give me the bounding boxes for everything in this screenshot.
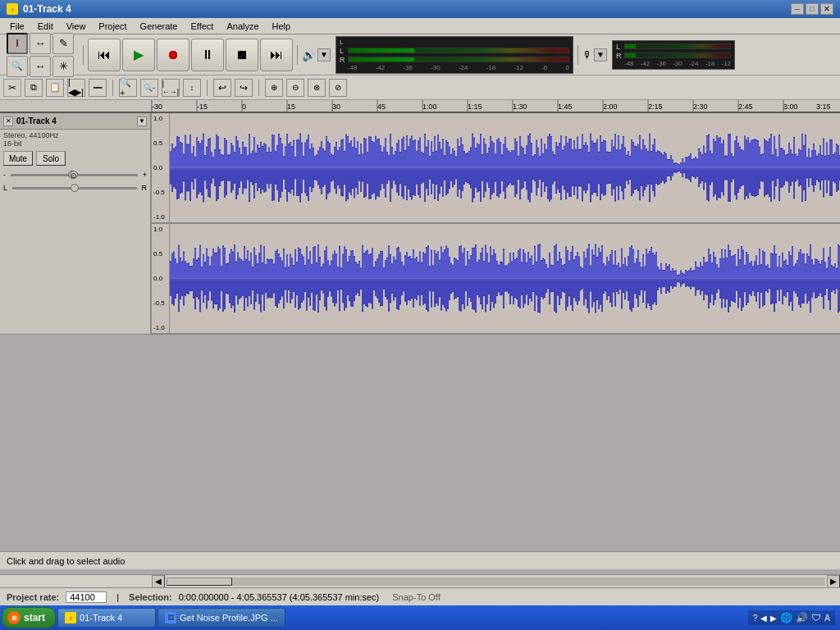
- mute-button[interactable]: Mute: [3, 151, 33, 166]
- input-dropdown[interactable]: ▼: [594, 48, 607, 62]
- paste-button[interactable]: 📋: [46, 79, 64, 97]
- svg-text:2:00: 2:00: [603, 103, 618, 111]
- svg-text:-30: -30: [152, 103, 162, 111]
- silence-button[interactable]: ━━: [89, 79, 107, 97]
- start-button[interactable]: ⊞ start: [2, 607, 56, 628]
- scroll-track[interactable]: [167, 578, 825, 586]
- copy-button[interactable]: ⧉: [25, 79, 43, 97]
- gain-minus-label: -: [3, 171, 6, 179]
- input-volume-icon: 🎙: [582, 49, 592, 61]
- zoom-in-btn[interactable]: 🔍+: [119, 79, 137, 97]
- sep3: [258, 80, 259, 96]
- taskbar-right: ? ◀ ▶ 🌐 🔊 🛡 A: [748, 610, 838, 625]
- scale-label-2-zero: 0.0: [153, 275, 167, 282]
- scale-label-2-bot: -1.0: [153, 324, 167, 331]
- help-tray-icon[interactable]: ?: [753, 614, 758, 623]
- scale-label-1-mid-lo: -0.5: [153, 189, 167, 196]
- svg-text:1:30: 1:30: [513, 103, 527, 111]
- select-tool-button[interactable]: I: [7, 33, 28, 54]
- pan-slider[interactable]: [12, 187, 136, 189]
- forward-tray-icon[interactable]: ▶: [770, 614, 777, 623]
- scroll-thumb[interactable]: [167, 578, 232, 586]
- zoom-fit-btn[interactable]: ⊗: [308, 79, 326, 97]
- trim-button[interactable]: |◀▶|: [67, 79, 85, 97]
- fit-vertically-btn[interactable]: ↕: [183, 79, 201, 97]
- menu-help[interactable]: Help: [266, 20, 298, 33]
- gain-center-icon: ⊙: [70, 171, 78, 179]
- track-sample-rate: Stereo, 44100Hz: [3, 131, 147, 139]
- track-controls: Mute Solo: [0, 149, 150, 167]
- scale-label-2-mid-hi: 0.5: [153, 250, 167, 258]
- taskbar-audacity-label: 01-Track 4: [80, 613, 122, 623]
- volume-dropdown[interactable]: ▼: [317, 48, 331, 62]
- rewind-button[interactable]: ⏮: [88, 39, 121, 71]
- svg-text:1:45: 1:45: [558, 103, 573, 111]
- waveform-display[interactable]: 1.0 0.5 0.0 -0.5 -1.0: [152, 113, 840, 335]
- gain-slider[interactable]: ⊙: [11, 174, 138, 176]
- window-title: 01-Track 4: [23, 3, 791, 15]
- menu-view[interactable]: View: [60, 20, 93, 33]
- info-bar: Project rate: 44100 | Selection: 0:00.00…: [0, 587, 840, 605]
- transport-bar: I ↔ ✎ 🔍 ↔ ✳ ⏮ ▶ ⏺ ⏸ ⏹ ⏭ 🔊 ▼ L L: [0, 34, 840, 75]
- menu-analyze[interactable]: Analyze: [220, 20, 265, 33]
- zoom-tracks-btn[interactable]: ⊘: [329, 79, 347, 97]
- horizontal-scrollbar: ◀ ▶: [0, 574, 840, 587]
- solo-button[interactable]: Solo: [36, 151, 66, 166]
- menu-file[interactable]: File: [3, 20, 31, 33]
- undo-button[interactable]: ↩: [213, 79, 231, 97]
- redo-button[interactable]: ↪: [235, 79, 253, 97]
- menu-generate[interactable]: Generate: [134, 20, 185, 33]
- scroll-left-button[interactable]: ◀: [152, 575, 165, 588]
- zoom-in-button[interactable]: 🔍: [7, 56, 28, 77]
- separator: [83, 45, 84, 65]
- taskbar-audacity[interactable]: ♪ 01-Track 4: [57, 608, 156, 628]
- taskbar-noise-profile[interactable]: 🖼 Get Noise Profile.JPG ...: [158, 608, 285, 628]
- selection-label: Selection:: [129, 592, 172, 602]
- zoom-normal-btn[interactable]: ⊕: [265, 79, 283, 97]
- scale-label-2-mid-lo: -0.5: [153, 299, 167, 307]
- track-header: ✕ 01-Track 4 ▼: [0, 113, 150, 130]
- ruler-spacer: [0, 100, 152, 112]
- menu-edit[interactable]: Edit: [31, 20, 60, 33]
- titlebar: ♪ 01-Track 4 ─ □ ✕: [0, 0, 840, 18]
- gain-slider-row: - ⊙ +: [3, 171, 147, 179]
- pause-button[interactable]: ⏸: [191, 39, 224, 71]
- cut-button[interactable]: ✂: [3, 79, 21, 97]
- waveform-canvas-right: [170, 224, 840, 333]
- fit-project-btn[interactable]: |←→|: [162, 79, 180, 97]
- scale-label-1-mid-hi: 0.5: [153, 139, 167, 147]
- zoom-out-btn[interactable]: 🔍-: [140, 79, 158, 97]
- track-dropdown-button[interactable]: ▼: [137, 116, 147, 126]
- sep-edit: [112, 80, 113, 96]
- envelope-tool-button[interactable]: ↔: [30, 33, 51, 54]
- vu-meter-input: L R -48-42-36-30-24-18-12: [612, 40, 735, 70]
- scroll-right-button[interactable]: ▶: [827, 575, 840, 588]
- vu-meter-output: L L R -48-42-36-30-24-18-12-60: [336, 36, 573, 74]
- multi-tool-button[interactable]: ✳: [52, 56, 74, 77]
- record-button[interactable]: ⏺: [157, 39, 189, 71]
- scale-label-2-top: 1.0: [153, 226, 167, 233]
- taskbar-noise-label: Get Noise Profile.JPG ...: [180, 613, 278, 623]
- minimize-button[interactable]: ─: [791, 3, 804, 15]
- menu-effect[interactable]: Effect: [184, 20, 220, 33]
- track-close-button[interactable]: ✕: [3, 116, 13, 126]
- pan-slider-row: L R: [3, 184, 147, 192]
- svg-rect-0: [152, 100, 840, 112]
- waveform-svg-container-right: [170, 224, 840, 333]
- close-button[interactable]: ✕: [820, 3, 833, 15]
- draw-tool-button[interactable]: ✎: [52, 33, 74, 54]
- stop-button[interactable]: ⏹: [226, 39, 258, 71]
- play-button[interactable]: ▶: [122, 39, 155, 71]
- ruler-svg: -30 -15 0 15 30 45 1:00 1:15 1:30 1:45 2…: [152, 100, 840, 112]
- project-rate-label: Project rate:: [7, 592, 59, 602]
- zoom-toggle-btn[interactable]: ⊖: [286, 79, 304, 97]
- time-shift-button[interactable]: ↔: [30, 56, 51, 77]
- menu-project[interactable]: Project: [92, 20, 133, 33]
- clock-label: A: [824, 614, 830, 623]
- pan-l-label: L: [3, 184, 7, 192]
- maximize-button[interactable]: □: [806, 3, 819, 15]
- project-rate-value: 44100: [66, 591, 107, 603]
- waveform-svg-container-left: [170, 113, 840, 222]
- back-tray-icon[interactable]: ◀: [760, 614, 767, 623]
- fast-forward-button[interactable]: ⏭: [260, 39, 293, 71]
